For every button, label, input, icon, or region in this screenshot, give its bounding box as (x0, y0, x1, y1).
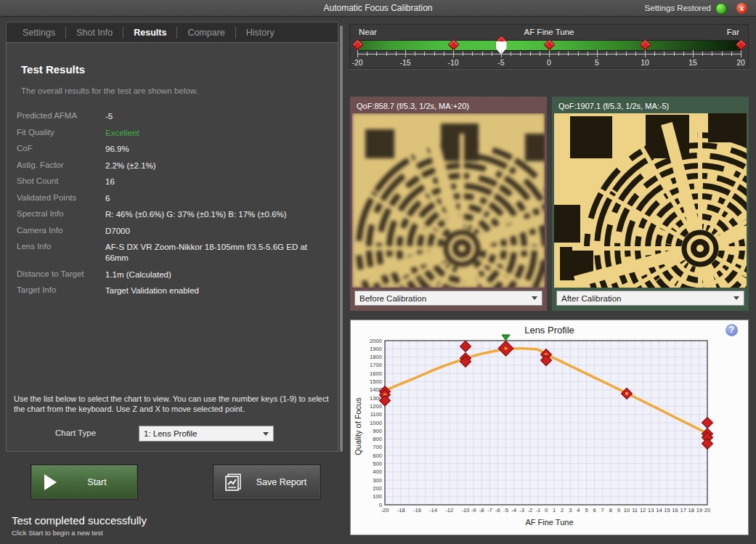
svg-text:300: 300 (373, 477, 382, 484)
svg-text:-14: -14 (429, 507, 437, 513)
settings-restored-label: Settings Restored (645, 4, 711, 12)
svg-text:-12: -12 (445, 507, 453, 513)
after-calibration-image (554, 113, 747, 288)
chart-y-axis-label: Quality of Focus (354, 379, 362, 474)
far-label: Far (727, 28, 739, 36)
after-calibration-panel: QoF:1907.1 (f/5.3, 1/2s, MA:-5) After Ca… (552, 97, 749, 311)
svg-text:600: 600 (373, 452, 382, 459)
slider-tick (434, 52, 435, 56)
status-led-icon (715, 3, 727, 15)
svg-text:8: 8 (609, 507, 612, 513)
tab-bar: SettingsShot InfoResultsCompareHistory (6, 22, 338, 42)
after-calibration-dropdown[interactable]: After Calibration (556, 291, 744, 306)
svg-text:15: 15 (664, 507, 670, 513)
tab-results[interactable]: Results (126, 25, 174, 41)
tab-settings[interactable]: Settings (15, 25, 62, 41)
table-row: Spectral InfoR: 46% (±0.6%) G: 37% (±0.1… (17, 209, 332, 220)
table-row: Distance to Target1.1m (Calculated) (17, 269, 332, 280)
svg-text:-9: -9 (471, 507, 476, 513)
slider-tick (357, 50, 358, 57)
start-button[interactable]: Start (31, 464, 138, 500)
slider-tick (664, 52, 664, 56)
result-label: Camera Info (17, 226, 105, 237)
slider-tick (693, 50, 694, 57)
slider-tick (530, 52, 531, 56)
svg-text:2000: 2000 (370, 338, 382, 344)
slider-tick (463, 52, 463, 56)
save-report-button[interactable]: Save Report (213, 464, 321, 500)
svg-text:14: 14 (656, 507, 662, 513)
tab-separator (235, 27, 236, 38)
svg-text:400: 400 (373, 468, 382, 475)
svg-text:5: 5 (585, 507, 588, 513)
svg-text:800: 800 (373, 436, 382, 442)
svg-text:700: 700 (373, 444, 382, 450)
svg-text:0: 0 (545, 507, 548, 513)
slider-tick (367, 52, 367, 56)
table-row: Fit QualityExcellent (17, 128, 332, 139)
result-value: Excellent (105, 128, 332, 139)
result-label: Fit Quality (17, 128, 105, 139)
svg-text:-10: -10 (462, 507, 470, 513)
slider-tick (540, 52, 540, 56)
chart-selector-help-text: Use the list below to select the chart t… (14, 394, 339, 414)
chart-x-axis-label: AF Fine Tune (351, 518, 748, 527)
chevron-down-icon (733, 296, 739, 300)
slider-tick (645, 50, 646, 57)
svg-text:500: 500 (373, 460, 382, 467)
table-row: Camera InfoD7000 (17, 226, 332, 237)
tab-compare[interactable]: Compare (180, 25, 232, 41)
result-label: Shot Count (17, 176, 105, 187)
save-report-label: Save Report (243, 477, 320, 487)
slider-tick (674, 52, 675, 56)
result-value: 2.2% (±2.1%) (105, 161, 332, 171)
svg-text:2: 2 (561, 507, 564, 513)
slider-tick (415, 52, 415, 56)
slider-tick (444, 52, 444, 56)
lens-profile-chart[interactable]: 0100200300400500600700800900100011001200… (351, 320, 748, 535)
chart-type-label: Chart Type (55, 429, 96, 437)
chart-type-dropdown[interactable]: 1: Lens Profile (139, 426, 274, 442)
svg-text:-7: -7 (487, 507, 492, 513)
slider-tick (424, 52, 425, 56)
svg-text:18: 18 (688, 507, 694, 513)
result-value: D7000 (105, 226, 332, 237)
svg-text:4: 4 (577, 507, 580, 513)
svg-text:1200: 1200 (370, 403, 382, 410)
svg-text:1100: 1100 (370, 411, 382, 418)
svg-text:-1: -1 (536, 507, 541, 513)
slider-tick (606, 52, 607, 56)
tab-separator (65, 27, 66, 38)
slider-tick (520, 52, 521, 56)
svg-text:17: 17 (680, 507, 686, 513)
svg-text:900: 900 (373, 428, 382, 434)
panel-scrollbar[interactable] (340, 25, 343, 452)
table-row: Predicted AFMA-5 (17, 111, 332, 122)
svg-text:9: 9 (617, 507, 620, 513)
results-subtitle: The overall results for the test are sho… (21, 86, 198, 95)
status-submessage: Click Start to begin a new test (12, 529, 103, 537)
before-calibration-dropdown[interactable]: Before Calibration (354, 291, 542, 306)
result-value: 1.1m (Calculated) (105, 269, 332, 280)
chart-type-value: 1: Lens Profile (144, 429, 198, 438)
close-icon[interactable]: x (736, 3, 747, 14)
svg-text:-8: -8 (479, 507, 484, 513)
slider-tick (722, 52, 723, 56)
tab-history[interactable]: History (239, 25, 282, 41)
table-row: Astig. Factor2.2% (±2.1%) (17, 161, 332, 171)
slider-tick-label: 10 (641, 58, 649, 67)
page-title: Test Results (21, 63, 85, 76)
table-row: Shot Count16 (17, 176, 332, 187)
svg-text:13: 13 (648, 507, 654, 513)
slider-tick-label: 5 (595, 58, 599, 67)
slider-tick (453, 50, 454, 57)
svg-text:16: 16 (672, 507, 678, 513)
slider-tick (741, 50, 741, 57)
svg-text:3: 3 (569, 507, 572, 513)
result-label: Astig. Factor (17, 161, 105, 171)
tab-shot-info[interactable]: Shot Info (69, 25, 120, 41)
slider-tick-label: -5 (497, 58, 504, 67)
svg-text:1800: 1800 (370, 354, 382, 360)
svg-text:-2: -2 (527, 507, 532, 513)
selected-point-marker (502, 335, 510, 341)
